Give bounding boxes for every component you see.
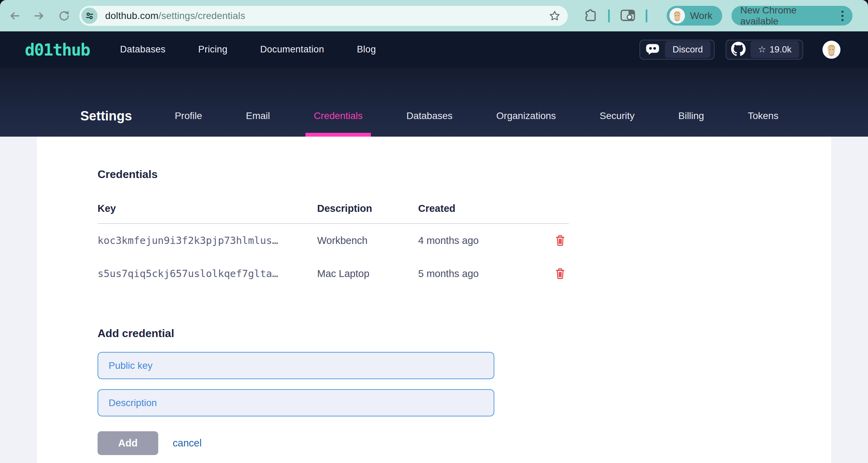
github-button[interactable]: ☆19.0k xyxy=(726,40,803,60)
credential-description: Mac Laptop xyxy=(317,268,418,279)
url-path: /settings/credentials xyxy=(159,10,245,21)
settings-tabs: Profile Email Credentials Databases Orga… xyxy=(175,110,778,137)
cancel-link[interactable]: cancel xyxy=(173,437,202,449)
forward-icon[interactable] xyxy=(33,10,46,22)
discord-label: Discord xyxy=(665,41,710,58)
toolbar-separator xyxy=(646,9,647,22)
nav-item-documentation[interactable]: Documentation xyxy=(260,44,324,55)
credentials-heading: Credentials xyxy=(98,167,831,181)
tab-email[interactable]: Email xyxy=(246,110,270,137)
github-icon xyxy=(731,42,746,58)
tab-tokens[interactable]: Tokens xyxy=(748,110,778,137)
extensions-icon[interactable] xyxy=(584,9,597,23)
nav-item-blog[interactable]: Blog xyxy=(357,44,376,55)
description-input[interactable] xyxy=(98,389,494,416)
col-header-created: Created xyxy=(418,203,534,214)
credentials-table: Key Description Created koc3kmfejun9i3f2… xyxy=(98,203,569,290)
dolthub-logo[interactable]: d01thub xyxy=(25,40,90,59)
back-icon[interactable] xyxy=(8,10,21,22)
github-star-count: ☆19.0k xyxy=(750,41,799,58)
delete-credential-button[interactable] xyxy=(555,268,565,279)
trash-icon xyxy=(555,235,565,246)
add-button[interactable]: Add xyxy=(98,431,158,455)
profile-avatar xyxy=(669,8,685,23)
nav-item-databases[interactable]: Databases xyxy=(120,44,165,55)
url-bar[interactable]: dolthub.com/settings/credentials xyxy=(79,6,568,26)
table-header-row: Key Description Created xyxy=(98,203,569,224)
star-icon: ☆ xyxy=(758,44,766,55)
nav-item-pricing[interactable]: Pricing xyxy=(198,44,228,55)
tab-credentials[interactable]: Credentials xyxy=(314,110,363,137)
page-title: Settings xyxy=(80,109,132,137)
chrome-menu-icon[interactable] xyxy=(841,11,844,21)
settings-header: Settings Profile Email Credentials Datab… xyxy=(0,68,868,137)
delete-credential-button[interactable] xyxy=(555,235,565,246)
tab-databases[interactable]: Databases xyxy=(406,110,453,137)
tab-billing[interactable]: Billing xyxy=(678,110,704,137)
profile-chip[interactable]: Work xyxy=(667,6,722,26)
page-background: Credentials Key Description Created koc3… xyxy=(0,137,868,463)
tab-security[interactable]: Security xyxy=(600,110,635,137)
discord-icon xyxy=(645,43,660,57)
bookmark-star-icon[interactable] xyxy=(548,10,561,22)
form-actions: Add cancel xyxy=(98,431,831,455)
col-header-key: Key xyxy=(98,203,317,214)
table-row: koc3kmfejun9i3f2k3pjp73hlmlus… Workbench… xyxy=(98,224,569,257)
tab-organizations[interactable]: Organizations xyxy=(496,110,556,137)
table-row: s5us7qiq5ckj657uslolkqef7glta… Mac Lapto… xyxy=(98,257,569,290)
star-count: 19.0k xyxy=(769,44,791,55)
credential-created: 5 months ago xyxy=(418,268,534,279)
reload-icon[interactable] xyxy=(58,10,70,22)
main-nav: Databases Pricing Documentation Blog xyxy=(120,44,376,55)
discord-button[interactable]: Discord xyxy=(639,40,715,60)
col-header-description: Description xyxy=(317,203,418,214)
toolbar-separator xyxy=(608,9,610,22)
trash-icon xyxy=(555,268,565,279)
update-chrome-label: New Chrome available xyxy=(740,5,834,27)
credential-description: Workbench xyxy=(317,235,418,246)
site-navbar: d01thub Databases Pricing Documentation … xyxy=(0,31,868,68)
url-text[interactable]: dolthub.com/settings/credentials xyxy=(105,10,245,21)
url-domain: dolthub.com xyxy=(105,10,159,21)
credential-key: koc3kmfejun9i3f2k3pjp73hlmlus… xyxy=(98,235,317,246)
add-credential-heading: Add credential xyxy=(98,326,831,341)
browser-toolbar: dolthub.com/settings/credentials Work Ne… xyxy=(0,0,868,31)
user-avatar[interactable] xyxy=(822,41,840,59)
credential-key: s5us7qiq5ckj657uslolkqef7glta… xyxy=(98,268,317,279)
tab-profile[interactable]: Profile xyxy=(175,110,202,137)
update-chrome-button[interactable]: New Chrome available xyxy=(731,6,853,26)
public-key-input[interactable] xyxy=(98,352,494,379)
profile-label: Work xyxy=(690,10,713,21)
site-settings-icon[interactable] xyxy=(81,8,98,24)
navbar-right: Discord ☆19.0k xyxy=(639,40,840,60)
content-panel: Credentials Key Description Created koc3… xyxy=(37,137,831,463)
search-tabs-icon[interactable] xyxy=(620,9,635,23)
credential-created: 4 months ago xyxy=(418,235,534,246)
screen: dolthub.com/settings/credentials Work Ne… xyxy=(0,0,868,463)
